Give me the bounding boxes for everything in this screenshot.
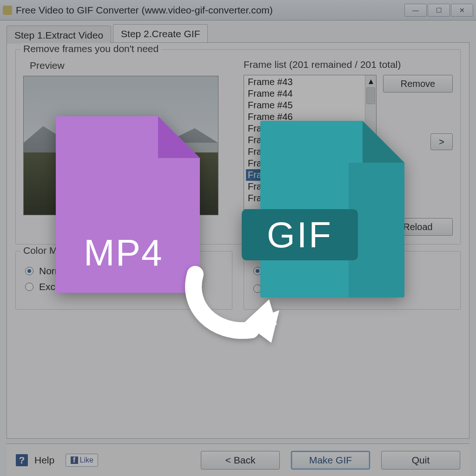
list-item[interactable]: Frame #49 — [246, 146, 374, 158]
window-title: Free Video to GIF Converter (www.video-g… — [16, 5, 404, 16]
speed-group-label: Play Speed — [249, 245, 304, 256]
radio-dot-icon — [253, 284, 262, 293]
list-item[interactable]: Frame #51 — [246, 169, 374, 181]
radio-same[interactable]: Same as source video — [253, 265, 453, 277]
radio-excellent[interactable]: Excellent Quality, Bigger File Size — [25, 281, 225, 292]
radio-excellent-label: Excellent Quality, Bigger File Size — [39, 281, 185, 292]
fps-unit: fps — [361, 283, 374, 294]
speed-group: Play Speed Same as source video Custom 1… — [244, 251, 461, 310]
maximize-button[interactable]: ☐ — [428, 4, 450, 17]
radio-normal-label: Normal Quality, Smaller File Size — [39, 265, 182, 277]
list-item[interactable]: Frame #50 — [246, 158, 374, 169]
list-item[interactable]: Frame #47 — [246, 123, 374, 134]
like-label: Like — [80, 456, 93, 464]
next-frame-button[interactable]: > — [430, 133, 453, 150]
preview-label: Preview — [30, 60, 232, 71]
radio-dot-icon — [25, 267, 33, 275]
scroll-up-icon[interactable]: ▴ — [365, 75, 376, 86]
make-gif-button[interactable]: Make GIF — [291, 451, 370, 469]
radio-normal[interactable]: Normal Quality, Smaller File Size — [25, 265, 225, 277]
fps-value: 10 — [312, 284, 322, 294]
radio-custom[interactable]: Custom 10 ▼ fps — [253, 281, 453, 296]
remove-button[interactable]: Remove — [383, 75, 453, 93]
close-button[interactable]: ✕ — [451, 4, 473, 17]
list-item[interactable]: Frame #45 — [246, 99, 374, 111]
list-item[interactable]: Frame #44 — [246, 88, 374, 99]
frames-group-label: Remove frames you don't need — [20, 43, 161, 54]
radio-custom-label: Custom — [268, 283, 302, 294]
radio-dot-icon — [25, 283, 33, 291]
scroll-down-icon[interactable]: ▾ — [365, 198, 376, 209]
frame-list[interactable]: Frame #43 Frame #44 Frame #45 Frame #46 … — [244, 75, 377, 210]
frame-list-label: Frame list (201 remained / 201 total) — [244, 59, 453, 70]
scrollbar[interactable]: ▴ ▾ — [365, 75, 376, 209]
radio-same-label: Same as source video — [267, 265, 364, 277]
facebook-icon: f — [71, 456, 78, 464]
list-item[interactable]: Frame #48 — [246, 134, 374, 146]
list-item[interactable]: Frame #43 — [246, 76, 374, 88]
reload-button[interactable]: Reload — [383, 218, 453, 236]
chevron-down-icon: ▼ — [345, 285, 350, 292]
like-button[interactable]: f Like — [66, 454, 98, 467]
color-group-label: Color Matching — [20, 245, 92, 256]
tab-step2[interactable]: Step 2.Create GIF — [113, 24, 208, 42]
minimize-button[interactable]: ― — [404, 4, 427, 17]
list-item[interactable]: Frame #53 — [246, 192, 374, 204]
back-button[interactable]: < Back — [201, 451, 280, 469]
fps-combo[interactable]: 10 ▼ — [308, 281, 355, 296]
preview-image — [23, 76, 218, 215]
frames-group: Remove frames you don't need Preview Fra… — [15, 49, 461, 245]
help-icon[interactable]: ? — [16, 454, 28, 466]
scroll-thumb[interactable] — [366, 87, 375, 104]
list-item[interactable]: Frame #46 — [246, 111, 374, 123]
quit-button[interactable]: Quit — [381, 451, 460, 469]
app-icon — [3, 6, 12, 15]
color-group: Color Matching Normal Quality, Smaller F… — [15, 251, 232, 310]
help-label[interactable]: Help — [34, 455, 54, 466]
list-item[interactable]: Frame #52 — [246, 181, 374, 192]
radio-dot-icon — [253, 267, 262, 275]
tab-step1[interactable]: Step 1.Extract Video — [7, 26, 111, 44]
